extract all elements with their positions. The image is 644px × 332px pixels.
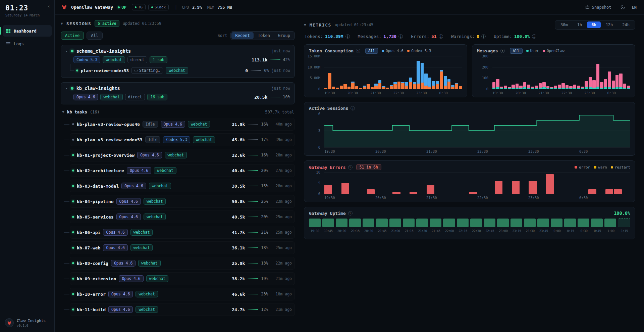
sort-group[interactable]: Group	[274, 32, 294, 39]
bar	[324, 56, 327, 89]
last-activity: just now	[272, 49, 290, 53]
filter-all[interactable]: All	[87, 32, 103, 40]
task-row[interactable]: kb-03-data-modelOpus 4.6webchat30.5k15%2…	[70, 180, 295, 192]
task-row[interactable]: kb-11-buildOpus 4.6webchat24.7k12%21m ag…	[70, 303, 295, 316]
sidebar-nav: DashboardLogs	[0, 25, 54, 49]
info-icon[interactable]	[481, 34, 486, 39]
legend-item-warn[interactable]: warn	[594, 165, 607, 170]
info-icon[interactable]	[351, 106, 355, 110]
channel-badge-slack[interactable]: Slack	[148, 4, 169, 10]
bar-segment	[397, 82, 400, 89]
info-icon[interactable]	[345, 34, 350, 39]
session-card-kb[interactable]: ▾ kb_claw-insights just now Opus 4.6webc…	[61, 82, 295, 104]
stat-tokens-: Tokens:110.89M	[305, 34, 350, 39]
filter-active[interactable]: Active	[61, 32, 84, 40]
model-tag: Opus 4.6	[108, 306, 133, 313]
theme-toggle[interactable]	[620, 5, 625, 10]
task-row[interactable]: kb-plan-v3-review-opus46IdleOpus 4.6webc…	[70, 118, 295, 131]
legend-all-button[interactable]: All	[365, 48, 378, 54]
task-group-header[interactable]: ▼ kb tasks (16) 507.7k total	[61, 109, 295, 118]
last-activity: 27m ago	[271, 168, 292, 173]
task-row[interactable]: kb-09-extensionOpus 4.6webchat38.2k19%21…	[70, 272, 295, 285]
token-percent: 16%	[261, 122, 268, 127]
info-icon[interactable]	[532, 34, 536, 39]
task-row[interactable]: kb-06-apiOpus 4.6webchat41.7k21%25m ago	[70, 226, 295, 239]
chevron-down-icon[interactable]: ▾	[65, 49, 68, 53]
task-row[interactable]: kb-08-configOpus 4.6webchat25.9k13%22m a…	[70, 257, 295, 270]
info-icon[interactable]	[439, 34, 443, 39]
bar	[539, 56, 542, 89]
bar	[455, 56, 458, 89]
sidebar-item-dashboard[interactable]: Dashboard	[3, 25, 52, 37]
bar	[619, 56, 622, 89]
info-icon[interactable]	[348, 211, 353, 216]
bar	[424, 56, 427, 89]
token-count: 30.5k	[232, 184, 245, 189]
info-icon[interactable]	[348, 165, 353, 170]
session-card-schema[interactable]: ▾ schema_claw-insights just now Codex 5.…	[61, 45, 295, 78]
bar	[397, 56, 400, 89]
legend-item-user[interactable]: User	[526, 49, 539, 53]
bar-segment	[539, 83, 542, 88]
task-row[interactable]: kb-07-webOpus 4.6webchat36.1k18%25m ago	[70, 241, 295, 254]
chevron-down-icon[interactable]: ▼	[61, 21, 63, 26]
chart-plot: 105019:3020:3021:3022:3023:300:30	[308, 172, 630, 200]
token-count: 24.7k	[232, 307, 245, 312]
range-6h[interactable]: 6h	[587, 21, 600, 28]
range-12h[interactable]: 12h	[601, 21, 618, 28]
chevron-down-icon[interactable]: ▼	[304, 23, 306, 27]
model-tag: Opus 4.6	[103, 244, 127, 251]
legend-item-restart[interactable]: restart	[611, 165, 630, 170]
channel-badge-tg[interactable]: TG	[132, 4, 146, 10]
bar-segment	[542, 87, 545, 89]
sort-token[interactable]: Token	[254, 32, 274, 39]
sort-recent[interactable]: Recent	[231, 32, 253, 39]
sub-session-row[interactable]: plan-review-codex53 Starting… webchat 0 …	[69, 67, 290, 74]
time-range-selector: 30m1h6h12h24h	[555, 20, 635, 30]
bar	[347, 56, 351, 89]
uptime-block	[484, 219, 495, 227]
range-30m[interactable]: 30m	[556, 21, 572, 28]
sidebar-item-logs[interactable]: Logs	[3, 38, 52, 49]
legend-item-error[interactable]: error	[575, 165, 590, 170]
snapshot-button[interactable]: Snapshot	[585, 5, 611, 10]
last-activity: 28m ago	[271, 153, 292, 157]
sparkline	[248, 278, 258, 279]
task-row[interactable]: kb-02-architectureOpus 4.6webchat40.4k20…	[70, 164, 295, 177]
x-axis-tick: 23:30	[528, 149, 539, 153]
range-24h[interactable]: 24h	[618, 21, 634, 28]
uptime-time-label: 23:30	[524, 229, 536, 233]
legend-item-codex-5-3[interactable]: Codex 5.3	[407, 49, 431, 53]
task-row[interactable]: kb-10-errorOpus 4.6webchat46.6k23%18m ag…	[70, 288, 295, 300]
x-axis-tick: 20:30	[347, 91, 358, 95]
task-row[interactable]: kb-05-servicesOpus 4.6webchat40.5k20%25m…	[70, 210, 295, 223]
bar	[605, 172, 613, 194]
bar-segment	[492, 88, 495, 89]
metrics-stats-row: Tokens:110.89MMessages:1,730Errors:51War…	[305, 34, 635, 39]
tag-webchat: webchat	[100, 94, 122, 100]
token-count: 32.6k	[232, 153, 245, 158]
chevron-down-icon[interactable]: ▼	[62, 110, 64, 114]
legend-item-openclaw[interactable]: OpenClaw	[543, 49, 565, 53]
task-row[interactable]: kb-plan-v3-review-codex53IdleCodex 5.3we…	[70, 133, 295, 146]
task-name: kb-09-extension	[77, 276, 116, 281]
uptime-time-label: 22:45	[484, 229, 496, 233]
range-1h[interactable]: 1h	[573, 21, 586, 28]
bar-segment	[554, 88, 557, 89]
language-selector[interactable]: EN	[632, 5, 637, 10]
bar-segment	[367, 189, 375, 194]
legend-all-button[interactable]: All	[510, 48, 523, 54]
bar-segment	[577, 88, 580, 89]
info-icon[interactable]	[500, 49, 505, 53]
legend-item-opus-4-6[interactable]: Opus 4.6	[382, 49, 404, 53]
task-row[interactable]: kb-01-project-overviewOpus 4.6webchat32.…	[70, 149, 295, 161]
info-icon[interactable]	[398, 34, 403, 39]
sidebar-collapse-icon[interactable]: ‹	[47, 4, 50, 9]
chevron-down-icon[interactable]: ▾	[65, 86, 68, 91]
info-icon[interactable]	[356, 49, 360, 53]
bar	[440, 56, 443, 89]
sparkline	[248, 124, 258, 125]
task-row[interactable]: kb-04-pipelineOpus 4.6webchat50.8k25%23m…	[70, 195, 295, 208]
cpu-label: CPU	[182, 5, 189, 10]
bar	[343, 56, 346, 89]
